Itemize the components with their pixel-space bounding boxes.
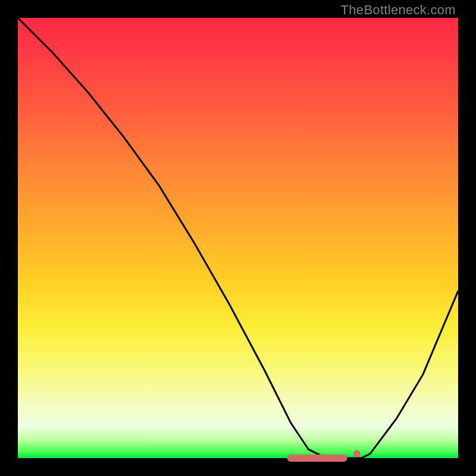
curve-line bbox=[18, 18, 458, 458]
watermark-text: TheBottleneck.com bbox=[341, 2, 456, 18]
marker-dot bbox=[353, 450, 361, 458]
curve-layer bbox=[18, 18, 458, 458]
chart-frame: TheBottleneck.com bbox=[0, 0, 476, 476]
bottleneck-curve bbox=[18, 18, 458, 458]
